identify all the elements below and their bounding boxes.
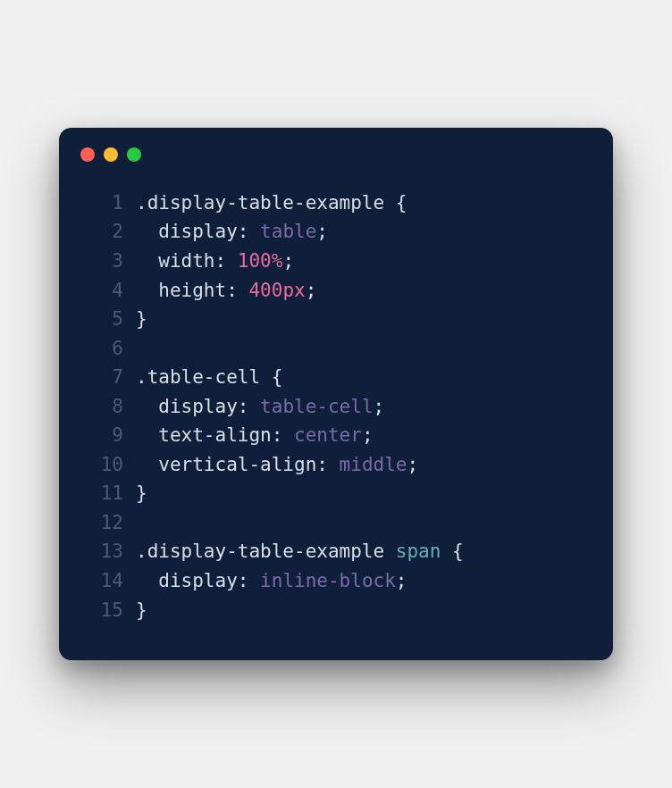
line-content: display: table-cell;	[136, 392, 586, 422]
token-punct	[136, 424, 158, 446]
token-selector: .table-cell	[136, 366, 272, 388]
token-punct: ;	[407, 454, 418, 475]
token-punct: ;	[282, 250, 294, 272]
token-kw: middle	[340, 454, 407, 475]
line-content: }	[136, 596, 586, 625]
token-punct: ;	[374, 396, 385, 417]
line-number: 1	[86, 189, 123, 218]
token-punct: ;	[396, 570, 407, 591]
token-punct: ;	[306, 280, 317, 301]
line-content	[136, 508, 586, 538]
line-content: vertical-align: middle;	[136, 450, 586, 480]
token-num: 400px	[248, 280, 305, 301]
token-punct	[441, 541, 452, 562]
code-line: 5}	[86, 305, 586, 334]
line-content: text-align: center;	[136, 421, 586, 450]
token-bracket: {	[452, 541, 464, 562]
code-line: 3 width: 100%;	[86, 247, 586, 276]
code-line: 6	[86, 334, 586, 364]
line-number: 10	[86, 450, 123, 480]
token-punct	[136, 221, 158, 242]
line-content: }	[136, 479, 586, 508]
token-punct	[136, 454, 158, 475]
token-prop: width	[158, 250, 214, 272]
token-num: 100%	[238, 250, 283, 272]
token-kw: center	[294, 424, 362, 446]
token-bracket: {	[396, 192, 407, 214]
line-content: }	[136, 305, 586, 334]
token-punct	[136, 396, 158, 417]
line-content	[136, 334, 586, 364]
line-number: 5	[86, 305, 123, 334]
token-kw: table-cell	[260, 396, 373, 417]
code-line: 9 text-align: center;	[86, 421, 586, 450]
maximize-icon[interactable]	[127, 147, 141, 162]
line-number: 15	[86, 596, 123, 625]
code-line: 1.display-table-example {	[86, 189, 586, 218]
line-content: .table-cell {	[136, 363, 586, 392]
token-colon: :	[238, 221, 260, 242]
token-colon: :	[272, 424, 294, 446]
code-block: 1.display-table-example {2 display: tabl…	[59, 171, 613, 633]
token-punct	[136, 250, 158, 272]
token-colon: :	[238, 570, 260, 591]
token-selector: .display-table-example	[136, 541, 396, 562]
token-bracket: }	[136, 308, 147, 330]
token-prop: vertical-align	[158, 454, 316, 475]
token-prop: text-align	[158, 424, 271, 446]
line-number: 2	[86, 217, 123, 247]
line-number: 6	[86, 334, 123, 364]
line-number: 8	[86, 392, 123, 422]
token-bracket: {	[272, 366, 283, 388]
line-content: .display-table-example {	[136, 189, 586, 218]
code-line: 11}	[86, 479, 586, 508]
line-content: width: 100%;	[136, 247, 586, 276]
token-kw: inline-block	[260, 570, 396, 591]
line-number: 9	[86, 421, 123, 450]
token-prop: display	[158, 396, 238, 417]
token-punct: ;	[362, 424, 374, 446]
token-prop: display	[158, 570, 238, 591]
line-number: 4	[86, 276, 123, 306]
line-number: 12	[86, 508, 123, 538]
token-kw: table	[260, 221, 316, 242]
code-line: 13.display-table-example span {	[86, 537, 586, 566]
code-line: 12	[86, 508, 586, 538]
token-punct	[136, 280, 158, 301]
minimize-icon[interactable]	[104, 147, 118, 162]
token-colon: :	[226, 280, 248, 301]
window-titlebar	[59, 128, 613, 171]
line-content: .display-table-example span {	[136, 537, 586, 566]
token-prop: height	[158, 280, 226, 301]
token-bracket: }	[136, 482, 147, 504]
line-content: display: table;	[136, 217, 586, 247]
line-number: 7	[86, 363, 123, 392]
code-line: 15}	[86, 596, 586, 625]
line-number: 11	[86, 479, 123, 508]
token-colon: :	[316, 454, 339, 475]
token-colon: :	[215, 250, 238, 272]
code-line: 8 display: table-cell;	[86, 392, 586, 422]
line-content: height: 400px;	[136, 276, 586, 306]
code-window: 1.display-table-example {2 display: tabl…	[59, 128, 613, 660]
code-line: 2 display: table;	[86, 217, 586, 247]
line-content: display: inline-block;	[136, 566, 586, 596]
code-line: 10 vertical-align: middle;	[86, 450, 586, 480]
line-number: 13	[86, 537, 123, 566]
token-punct: ;	[316, 221, 328, 242]
token-bracket: }	[136, 599, 147, 621]
token-prop: display	[158, 221, 238, 242]
token-selector: .display-table-example	[136, 192, 396, 214]
close-icon[interactable]	[80, 147, 95, 162]
line-number: 14	[86, 566, 123, 596]
code-line: 14 display: inline-block;	[86, 566, 586, 596]
token-tag: span	[396, 541, 441, 562]
code-line: 4 height: 400px;	[86, 276, 586, 306]
line-number: 3	[86, 247, 123, 276]
token-colon: :	[238, 396, 260, 417]
code-line: 7.table-cell {	[86, 363, 586, 392]
token-punct	[136, 570, 158, 591]
